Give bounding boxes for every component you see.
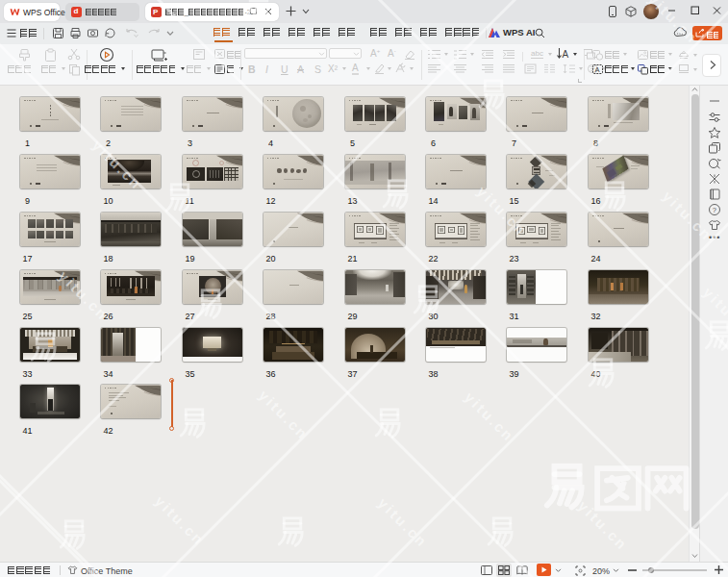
svg-text:A: A (563, 49, 569, 60)
svg-text:A: A (594, 65, 599, 74)
svg-text:?: ? (713, 206, 716, 214)
svg-text:abc: abc (531, 49, 543, 58)
